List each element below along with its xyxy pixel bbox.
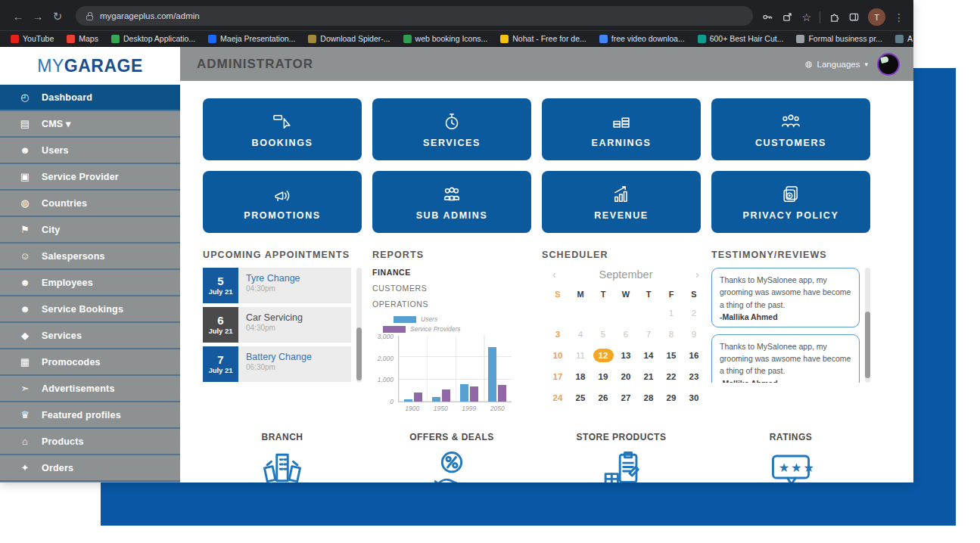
privacy-policy-tile[interactable]: PRIVACY POLICY <box>711 171 870 233</box>
calendar-day-cell[interactable] <box>637 306 660 320</box>
address-bar[interactable]: mygarageplus.com/admin <box>76 6 753 26</box>
sidebar-item[interactable]: ▤ CMS ▾ <box>0 111 180 138</box>
bookmark-star-icon[interactable]: ☆ <box>801 12 811 23</box>
side-panel-icon[interactable] <box>848 11 860 23</box>
calendar-day-cell[interactable]: 30 <box>683 391 705 405</box>
calendar-day-cell[interactable] <box>569 306 592 320</box>
bookmark-item[interactable]: free video downloa... <box>599 34 685 43</box>
appointment-item[interactable]: 6 July 21 Car Servicing 04:30pm <box>203 307 351 343</box>
browser-profile-avatar[interactable]: T <box>868 8 885 26</box>
scrollbar-thumb[interactable] <box>865 312 870 378</box>
appointment-item[interactable]: 5 July 21 Tyre Change 04:30pm <box>203 268 351 303</box>
calendar-day-cell[interactable]: 16 <box>683 349 705 362</box>
sidebar-item[interactable]: ☺ Salespersons <box>0 244 180 270</box>
services-tile[interactable]: SERVICES <box>372 98 531 160</box>
branch-shortcut[interactable]: BRANCH <box>203 432 362 482</box>
calendar-day-cell[interactable]: 5 <box>592 327 614 341</box>
bookmark-item[interactable]: Nohat - Free for de... <box>500 34 586 43</box>
bookmark-item[interactable]: web booking Icons... <box>403 34 488 43</box>
promotions-tile[interactable]: PROMOTIONS <box>203 171 362 233</box>
customers-tile[interactable]: CUSTOMERS <box>711 98 870 160</box>
logo[interactable]: MYGARAGE <box>0 47 180 85</box>
ratings-shortcut[interactable]: RATINGS ★★★ <box>711 432 870 482</box>
calendar-day-cell[interactable]: 23 <box>683 370 705 383</box>
forward-button[interactable]: → <box>29 8 47 26</box>
calendar-day-cell[interactable]: 13 <box>614 349 637 362</box>
calendar-day-cell[interactable]: 20 <box>614 370 637 383</box>
sidebar-item[interactable]: ◆ Services <box>0 323 180 349</box>
bookmark-item[interactable]: A Company Introdu... <box>895 34 913 43</box>
sidebar-item[interactable]: ♛ Featured profiles <box>0 402 180 429</box>
calendar-day-cell[interactable]: 8 <box>660 327 683 341</box>
reload-button[interactable]: ↻ <box>48 8 67 26</box>
calendar-day-cell[interactable]: 3 <box>546 327 569 341</box>
store-products-shortcut[interactable]: STORE PRODUCTS <box>542 432 701 482</box>
sidebar-item[interactable]: ☻ Users <box>0 138 180 164</box>
bookmark-item[interactable]: Maeja Presentation... <box>208 34 295 43</box>
bookmark-item[interactable]: Download Spider-... <box>308 34 390 43</box>
calendar-day-cell[interactable]: 4 <box>569 327 592 341</box>
revenue-tile[interactable]: REVENUE <box>542 171 701 233</box>
sub-admins-tile[interactable]: SUB ADMINS <box>372 171 531 233</box>
sidebar-item[interactable]: ◴ Dashboard <box>0 85 180 111</box>
calendar-day-cell[interactable]: 6 <box>614 327 637 341</box>
calendar-day-cell[interactable]: 10 <box>546 349 569 362</box>
calendar-day-cell[interactable]: 7 <box>637 327 660 341</box>
calendar-day-cell[interactable]: 12 <box>593 349 614 362</box>
calendar-day-cell[interactable] <box>546 306 569 320</box>
calendar-day-cell[interactable]: 22 <box>660 370 683 383</box>
sidebar-item[interactable]: ➣ Advertisements <box>0 376 180 402</box>
report-link[interactable]: FINANCE <box>372 268 531 277</box>
appointment-item[interactable]: 7 July 21 Battery Change 06:30pm <box>203 346 351 382</box>
sidebar-item[interactable]: ▦ Promocodes <box>0 349 180 376</box>
password-key-icon[interactable] <box>762 11 773 23</box>
calendar-next-icon[interactable]: › <box>695 268 699 281</box>
sidebar-item[interactable]: ☻ Employees <box>0 270 180 296</box>
bookmark-item[interactable]: 600+ Best Hair Cut... <box>698 34 784 43</box>
sidebar-item[interactable]: ☻ Service Bookings <box>0 296 180 323</box>
offers-deals-shortcut[interactable]: OFFERS & DEALS <box>372 432 531 482</box>
calendar-day-cell[interactable]: 11 <box>569 349 592 362</box>
calendar-day-cell[interactable]: 25 <box>569 391 592 405</box>
calendar-day-cell[interactable]: 24 <box>546 391 569 405</box>
languages-dropdown[interactable]: ◍ Languages ▾ <box>805 59 868 69</box>
user-avatar[interactable] <box>877 53 900 76</box>
browser-menu-icon[interactable]: ⋮ <box>894 11 904 23</box>
sidebar-item[interactable]: ▣ Service Provider <box>0 164 180 191</box>
sidebar-item[interactable]: ✦ Orders <box>0 455 180 482</box>
share-icon[interactable] <box>782 11 793 23</box>
bookmark-item[interactable]: Maps <box>67 34 98 43</box>
calendar-day-cell[interactable]: 29 <box>660 391 683 405</box>
calendar-day-cell[interactable]: 9 <box>683 327 705 341</box>
calendar-day-cell[interactable]: 26 <box>592 391 614 405</box>
calendar-day-cell[interactable]: 2 <box>683 306 705 320</box>
appointments-scrollbar[interactable] <box>356 268 362 383</box>
calendar-day-cell[interactable] <box>614 306 637 320</box>
calendar-day-cell[interactable] <box>592 306 614 320</box>
sidebar-item[interactable]: ⚑ City <box>0 217 180 244</box>
bookings-tile[interactable]: BOOKINGS <box>203 98 362 160</box>
report-link[interactable]: OPERATIONS <box>372 299 531 309</box>
calendar-day-cell[interactable]: 19 <box>592 370 614 383</box>
calendar-day-cell[interactable]: 14 <box>637 349 660 362</box>
calendar-day-cell[interactable]: 18 <box>569 370 592 383</box>
calendar-day-cell[interactable]: 27 <box>614 391 637 405</box>
calendar-day-cell[interactable]: 28 <box>637 391 660 405</box>
report-link[interactable]: CUSTOMERS <box>372 284 531 293</box>
calendar-day-cell[interactable]: 17 <box>546 370 569 383</box>
extensions-puzzle-icon[interactable] <box>829 11 840 23</box>
calendar-day-cell[interactable]: 21 <box>637 370 660 383</box>
calendar-prev-icon[interactable]: ‹ <box>552 268 556 281</box>
bookmark-item[interactable]: YouTube <box>11 34 54 43</box>
bookmark-item[interactable]: Formal business pr... <box>796 34 882 43</box>
sidebar-item[interactable]: ◍ Countries <box>0 191 180 217</box>
back-button[interactable]: ← <box>9 8 27 26</box>
bookmark-item[interactable]: Desktop Applicatio... <box>111 34 195 43</box>
sidebar-item[interactable]: ⌂ Products <box>0 429 180 455</box>
scrollbar-thumb[interactable] <box>356 327 362 380</box>
testimonials-scrollbar[interactable] <box>865 268 870 383</box>
earnings-tile[interactable]: EARNINGS <box>542 98 701 160</box>
calendar-day-cell[interactable]: 1 <box>660 306 683 320</box>
x-tick: 1900 <box>398 405 427 412</box>
calendar-day-cell[interactable]: 15 <box>660 349 683 362</box>
